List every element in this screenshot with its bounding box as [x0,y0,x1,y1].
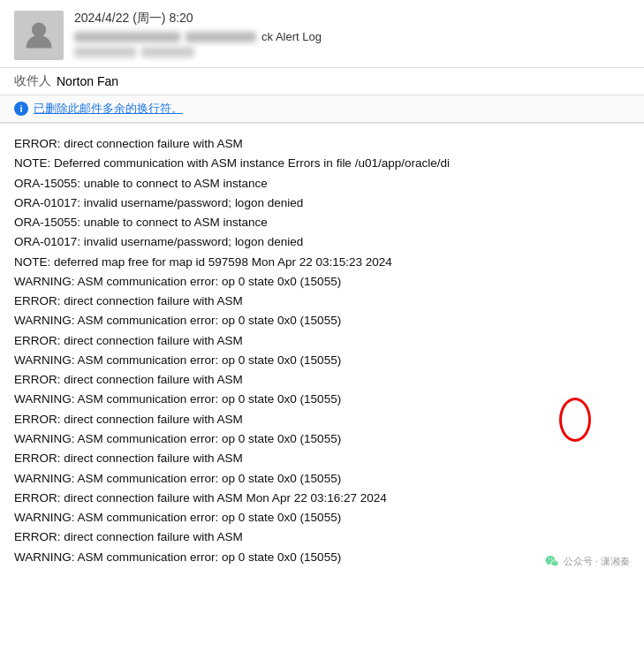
avatar [14,11,64,60]
log-line: NOTE: deferred map free for map id 59759… [14,253,630,272]
log-lines-container: ERROR: direct connection failure with AS… [14,134,630,567]
recipient-name: Norton Fan [57,74,118,88]
recipient-label: 收件人 [14,73,51,89]
recipient-row: 收件人 Norton Fan [0,68,644,95]
log-line: ERROR: direct connection failure with AS… [14,489,630,508]
info-text: 已删除此邮件多余的换行符。 [34,101,183,117]
log-line: WARNING: ASM communication error: op 0 s… [14,390,630,409]
info-icon: i [14,102,28,116]
svg-point-0 [32,23,46,37]
log-line: ERROR: direct connection failure with AS… [14,370,630,390]
log-line: ERROR: direct connection failure with AS… [14,331,630,351]
log-line: ERROR: direct connection failure with AS… [14,410,630,429]
log-line: ERROR: direct connection failure with AS… [14,449,630,468]
log-line: WARNING: ASM communication error: op 0 s… [14,272,630,292]
log-line: ERROR: direct connection failure with AS… [14,527,630,547]
watermark-text: 公众号 · 潇湘秦 [564,553,630,569]
log-line: WARNING: ASM communication error: op 0 s… [14,508,630,527]
sender-bar-1 [74,32,180,42]
log-line: WARNING: ASM communication error: op 0 s… [14,311,630,330]
avatar-person-icon [23,19,55,51]
subject-hint: ck Alert Log [261,30,322,43]
log-line: WARNING: ASM communication error: op 0 s… [14,351,630,370]
email-datetime: 2024/4/22 (周一) 8:20 [74,11,630,27]
sender-bar-3 [74,47,136,57]
log-line: ORA-01017: invalid username/password; lo… [14,232,630,252]
email-container: 2024/4/22 (周一) 8:20 ck Alert Log 收件人 Nor… [0,0,644,578]
email-body: ERROR: direct connection failure with AS… [0,124,644,578]
header-info: 2024/4/22 (周一) 8:20 ck Alert Log [74,11,630,57]
sender-bar-4 [141,47,194,57]
log-line: WARNING: ASM communication error: op 0 s… [14,469,630,489]
sender-bar-2 [186,32,256,42]
wechat-icon [544,553,560,569]
log-line: ORA-15055: unable to connect to ASM inst… [14,213,630,232]
log-line: NOTE: Deferred communication with ASM in… [14,154,630,173]
log-line: WARNING: ASM communication error: op 0 s… [14,429,630,449]
log-line: WARNING: ASM communication error: op 0 s… [14,548,630,567]
email-header: 2024/4/22 (周一) 8:20 ck Alert Log [0,0,644,68]
log-line: ORA-15055: unable to connect to ASM inst… [14,174,630,194]
log-line: ERROR: direct connection failure with AS… [14,292,630,311]
watermark: 公众号 · 潇湘秦 [544,553,630,569]
log-line: ORA-01017: invalid username/password; lo… [14,194,630,213]
info-bar: i 已删除此邮件多余的换行符。 [0,95,644,123]
log-line: ERROR: direct connection failure with AS… [14,134,630,154]
